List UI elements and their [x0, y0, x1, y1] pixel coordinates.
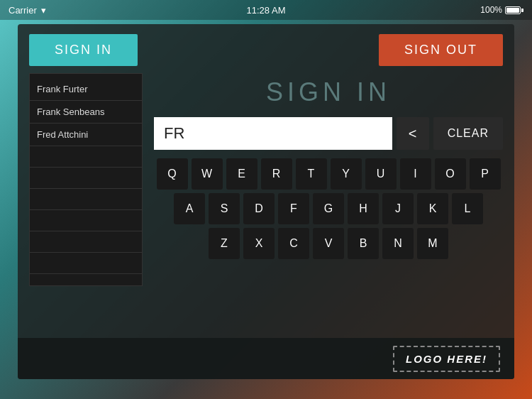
battery-percent: 100%	[480, 5, 502, 15]
key-e[interactable]: E	[226, 158, 257, 190]
list-item-empty	[30, 210, 142, 231]
key-t[interactable]: T	[296, 158, 327, 190]
key-d[interactable]: D	[243, 193, 275, 224]
key-z[interactable]: Z	[209, 228, 240, 259]
key-j[interactable]: J	[382, 193, 414, 224]
key-s[interactable]: S	[209, 193, 240, 224]
key-p[interactable]: P	[470, 158, 501, 190]
key-w[interactable]: W	[192, 158, 223, 190]
key-r[interactable]: R	[261, 158, 292, 190]
right-panel: SIGN IN < CLEAR QWERTYUIOP ASDFGHJKL ZXC…	[154, 73, 503, 329]
sign-out-button[interactable]: SIGN OUT	[379, 34, 503, 66]
key-i[interactable]: I	[400, 158, 431, 190]
status-left: Carrier ▾	[9, 5, 46, 16]
key-n[interactable]: N	[382, 228, 414, 259]
content-area: Frank FurterFrank SenbeansFred Attchini …	[18, 73, 514, 329]
backspace-button[interactable]: <	[397, 117, 429, 150]
keyboard-row-2: ASDFGHJKL	[154, 193, 503, 224]
bottom-bar: LOGO HERE!	[18, 338, 514, 379]
list-item-empty	[30, 189, 142, 210]
key-m[interactable]: M	[417, 228, 448, 259]
main-container: SIGN IN SIGN OUT Frank FurterFrank Senbe…	[18, 24, 514, 379]
key-a[interactable]: A	[174, 193, 205, 224]
key-u[interactable]: U	[365, 158, 397, 190]
keyboard: QWERTYUIOP ASDFGHJKL ZXCVBNM	[154, 158, 503, 263]
status-right: 100%	[480, 5, 523, 15]
key-y[interactable]: Y	[331, 158, 362, 190]
search-input[interactable]	[154, 117, 392, 150]
list-item[interactable]: Frank Furter	[30, 78, 142, 101]
key-l[interactable]: L	[452, 193, 483, 224]
name-list: Frank FurterFrank SenbeansFred Attchini	[29, 73, 143, 286]
list-item-empty	[30, 231, 142, 253]
list-item-empty	[30, 274, 142, 286]
battery-icon	[505, 6, 523, 14]
key-g[interactable]: G	[313, 193, 344, 224]
keyboard-row-3: ZXCVBNM	[154, 228, 503, 259]
list-item-empty	[30, 146, 142, 168]
key-f[interactable]: F	[278, 193, 309, 224]
key-o[interactable]: O	[435, 158, 466, 190]
clear-button[interactable]: CLEAR	[433, 117, 503, 150]
status-time: 11:28 AM	[247, 5, 286, 16]
status-bar: Carrier ▾ 11:28 AM 100%	[0, 0, 532, 20]
key-c[interactable]: C	[278, 228, 309, 259]
input-row: < CLEAR	[154, 117, 503, 150]
list-item[interactable]: Frank Senbeans	[30, 101, 142, 124]
key-x[interactable]: X	[243, 228, 275, 259]
wifi-icon: ▾	[41, 5, 46, 16]
top-buttons: SIGN IN SIGN OUT	[18, 24, 514, 73]
logo-placeholder: LOGO HERE!	[393, 346, 500, 372]
key-q[interactable]: Q	[157, 158, 188, 190]
sign-in-title: SIGN IN	[266, 77, 391, 107]
list-item-empty	[30, 253, 142, 274]
keyboard-row-1: QWERTYUIOP	[154, 158, 503, 190]
list-item[interactable]: Fred Attchini	[30, 124, 142, 146]
sign-in-button[interactable]: SIGN IN	[29, 34, 138, 66]
list-item-empty	[30, 168, 142, 189]
carrier-label: Carrier	[9, 5, 37, 16]
key-b[interactable]: B	[348, 228, 379, 259]
key-k[interactable]: K	[417, 193, 448, 224]
key-h[interactable]: H	[348, 193, 379, 224]
key-v[interactable]: V	[313, 228, 344, 259]
